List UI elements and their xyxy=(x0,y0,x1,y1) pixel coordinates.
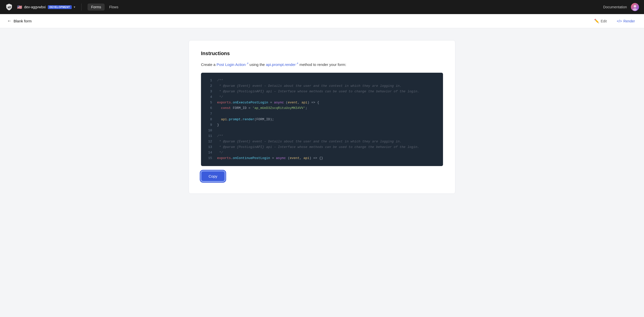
line-code: * @param {Event} event – Details about t… xyxy=(217,139,401,144)
page-title: Blank form xyxy=(14,19,32,23)
shield-icon: a0 xyxy=(5,3,13,11)
user-avatar[interactable] xyxy=(631,3,639,11)
line-code: } xyxy=(217,122,219,128)
line-number: 10 xyxy=(207,128,212,133)
svg-text:a0: a0 xyxy=(8,6,11,9)
line-number: 4 xyxy=(207,94,212,100)
line-number: 9 xyxy=(207,122,212,128)
nav-forms[interactable]: Forms xyxy=(88,4,105,11)
back-button[interactable]: ← Blank form xyxy=(7,18,32,24)
code-line-14: 14 */ xyxy=(207,150,437,155)
line-code: * @param {PostLoginAPI} api – Interface … xyxy=(217,144,419,150)
line-number: 2 xyxy=(207,83,212,89)
subnav-actions: ✏️ Edit </> Render xyxy=(592,18,637,24)
code-line-15: 15 exports.onContinuePostLogin = async (… xyxy=(207,155,437,161)
code-line-7: 7 xyxy=(207,111,437,117)
back-arrow-icon: ← xyxy=(7,18,12,24)
code-line-11: 11 /** xyxy=(207,133,437,139)
code-line-5: 5 exports.onExecutePostLogin = async (ev… xyxy=(207,100,437,105)
render-button[interactable]: </> Render xyxy=(615,18,637,24)
line-code: const FORM_ID = 'ap_mUeD3ZscqRituUoyMKS4… xyxy=(217,105,307,111)
svg-point-2 xyxy=(634,5,636,8)
line-code: * @param {PostLoginAPI} api – Interface … xyxy=(217,89,419,94)
api-method-link[interactable]: api.prompt.render↗ xyxy=(266,62,300,67)
code-line-1: 1 /** xyxy=(207,78,437,83)
line-number: 11 xyxy=(207,133,212,139)
code-line-8: 8 api.prompt.render(FORM_ID); xyxy=(207,117,437,122)
line-code: exports.onExecutePostLogin = async (even… xyxy=(217,100,319,105)
line-number: 12 xyxy=(207,139,212,144)
line-number: 5 xyxy=(207,100,212,105)
line-number: 13 xyxy=(207,144,212,150)
line-code xyxy=(217,111,219,117)
code-line-12: 12 * @param {Event} event – Details abou… xyxy=(207,139,437,144)
line-number: 6 xyxy=(207,105,212,111)
edit-label: Edit xyxy=(601,19,607,23)
flag-icon: 🇺🇸 xyxy=(17,5,22,10)
edit-icon: ✏️ xyxy=(594,19,599,23)
top-nav-right: Documentation xyxy=(603,3,639,11)
code-line-2: 2 * @param {Event} event – Details about… xyxy=(207,83,437,89)
code-line-6: 6 const FORM_ID = 'ap_mUeD3ZscqRituUoyMK… xyxy=(207,105,437,111)
line-code: exports.onContinuePostLogin = async (eve… xyxy=(217,155,323,161)
line-code: * @param {Event} event – Details about t… xyxy=(217,83,401,89)
line-number: 14 xyxy=(207,150,212,155)
line-number: 1 xyxy=(207,78,212,83)
text-prefix: Create a xyxy=(201,62,216,67)
line-number: 7 xyxy=(207,111,212,117)
render-icon: </> xyxy=(617,19,622,23)
line-number: 3 xyxy=(207,89,212,94)
code-line-4: 4 */ xyxy=(207,94,437,100)
text-middle: using the xyxy=(250,62,265,67)
line-code: api.prompt.render(FORM_ID); xyxy=(217,117,274,122)
render-label: Render xyxy=(623,19,635,23)
post-login-action-link[interactable]: Post Login Action↗ xyxy=(217,62,250,67)
code-line-3: 3 * @param {PostLoginAPI} api – Interfac… xyxy=(207,89,437,94)
code-line-13: 13 * @param {PostLoginAPI} api – Interfa… xyxy=(207,144,437,150)
top-navigation: a0 🇺🇸 dev-aggvwbxi DEVELOPMENT ▾ Forms F… xyxy=(0,0,644,14)
line-code: */ xyxy=(217,94,223,100)
documentation-link[interactable]: Documentation xyxy=(603,5,627,9)
tenant-chevron-icon[interactable]: ▾ xyxy=(74,5,75,9)
main-content: Instructions Create a Post Login Action↗… xyxy=(0,28,644,206)
nav-flows[interactable]: Flows xyxy=(106,4,122,11)
instructions-card: Instructions Create a Post Login Action↗… xyxy=(189,40,455,194)
external-link-icon-2: ↗ xyxy=(296,62,298,65)
code-block: 1 /** 2 * @param {Event} event – Details… xyxy=(201,73,443,166)
main-nav-links: Forms Flows xyxy=(88,4,122,11)
line-code: /** xyxy=(217,133,223,139)
svg-point-3 xyxy=(633,8,637,11)
external-link-icon: ↗ xyxy=(246,62,249,65)
tenant-name: dev-aggvwbxi xyxy=(24,5,46,9)
line-code xyxy=(217,128,219,133)
code-line-9: 9 } xyxy=(207,122,437,128)
code-line-10: 10 xyxy=(207,128,437,133)
text-suffix: method to render your form: xyxy=(299,62,346,67)
secondary-navigation: ← Blank form ✏️ Edit </> Render xyxy=(0,14,644,28)
nav-divider xyxy=(81,4,82,11)
instructions-description: Create a Post Login Action↗ using the ap… xyxy=(201,61,443,68)
logo: a0 xyxy=(5,3,13,11)
edit-button[interactable]: ✏️ Edit xyxy=(592,18,609,24)
copy-button[interactable]: Copy xyxy=(201,171,225,181)
line-number: 8 xyxy=(207,117,212,122)
line-code: /** xyxy=(217,78,223,83)
line-code: */ xyxy=(217,150,223,155)
dev-badge: DEVELOPMENT xyxy=(48,5,72,9)
tenant-brand[interactable]: 🇺🇸 dev-aggvwbxi DEVELOPMENT ▾ xyxy=(17,5,75,10)
line-number: 15 xyxy=(207,155,212,161)
instructions-title: Instructions xyxy=(201,51,443,56)
